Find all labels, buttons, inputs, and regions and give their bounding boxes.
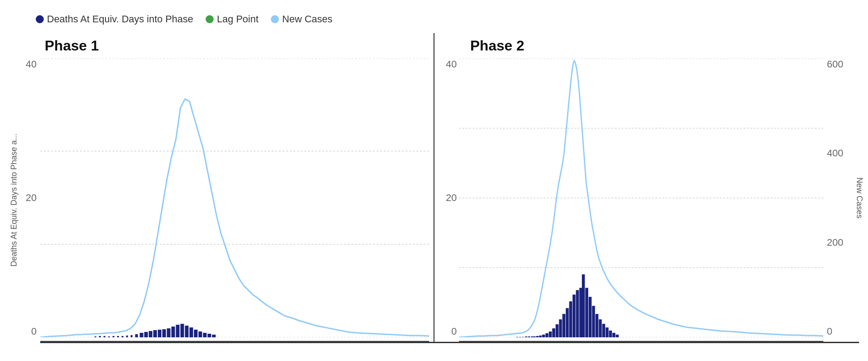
svg-rect-26 — [117, 336, 119, 337]
legend-dot-deaths — [36, 15, 44, 23]
bottom-axis-line — [40, 342, 859, 343]
svg-rect-36 — [533, 336, 536, 337]
svg-rect-20 — [212, 335, 215, 337]
svg-rect-63 — [519, 337, 521, 337]
svg-rect-46 — [566, 308, 569, 337]
svg-rect-29 — [131, 335, 132, 337]
svg-rect-21 — [94, 336, 96, 337]
svg-rect-25 — [113, 336, 114, 337]
svg-rect-13 — [181, 324, 184, 337]
svg-rect-7 — [153, 330, 157, 337]
phase2-y-ticks-left: 40 20 0 — [439, 59, 459, 337]
svg-rect-66 — [528, 336, 530, 337]
svg-rect-24 — [108, 336, 110, 337]
legend-item-cases: New Cases — [271, 13, 332, 25]
phase2-tick-40: 40 — [446, 59, 457, 70]
svg-rect-42 — [552, 328, 555, 337]
svg-rect-12 — [176, 325, 179, 337]
svg-rect-16 — [194, 330, 198, 337]
legend-label-lag: Lag Point — [217, 13, 258, 25]
svg-rect-47 — [569, 301, 572, 337]
svg-rect-39 — [542, 335, 545, 337]
phase1-y-label-text: Deaths At Equiv. Days into Phase a... — [9, 134, 19, 267]
svg-rect-30 — [135, 334, 138, 337]
svg-rect-65 — [525, 336, 527, 337]
phase1-chart-area — [40, 59, 429, 337]
phase1-tick-20: 20 — [26, 192, 37, 204]
svg-rect-64 — [522, 337, 524, 337]
phase1-svg — [40, 59, 429, 337]
svg-rect-52 — [585, 288, 588, 337]
legend-item-deaths: Deaths At Equiv. Days into Phase — [36, 13, 193, 25]
phase2-tick-400: 400 — [827, 147, 843, 159]
legend-label-deaths: Deaths At Equiv. Days into Phase — [47, 13, 193, 25]
phase1-panel: Phase 1 Deaths At Equiv. Days into Phase… — [9, 33, 434, 342]
phase1-y-axis-label: Deaths At Equiv. Days into Phase a... — [9, 59, 19, 342]
svg-rect-14 — [185, 326, 189, 337]
phase1-tick-0: 0 — [31, 326, 37, 337]
legend-label-cases: New Cases — [282, 13, 332, 25]
phase2-svg — [459, 59, 823, 337]
svg-rect-58 — [606, 327, 609, 337]
svg-rect-19 — [207, 334, 211, 337]
svg-rect-22 — [99, 336, 101, 337]
svg-rect-60 — [612, 333, 615, 337]
svg-rect-49 — [576, 290, 579, 337]
svg-rect-37 — [536, 336, 539, 337]
svg-rect-53 — [589, 297, 592, 337]
svg-rect-9 — [162, 329, 166, 337]
svg-rect-28 — [126, 336, 128, 337]
svg-rect-51 — [582, 274, 585, 337]
svg-rect-44 — [559, 319, 562, 337]
phase2-panel: Phase 2 40 20 0 — [434, 33, 859, 342]
phase2-tick-0-left: 0 — [451, 326, 457, 337]
svg-rect-59 — [609, 331, 612, 337]
svg-rect-56 — [599, 319, 602, 337]
phase1-y-ticks: 40 20 0 — [19, 59, 39, 337]
svg-rect-62 — [516, 337, 518, 337]
svg-rect-18 — [203, 333, 206, 337]
phase2-tick-20: 20 — [446, 192, 457, 204]
legend-dot-cases — [271, 15, 279, 23]
chart-legend: Deaths At Equiv. Days into Phase Lag Poi… — [9, 9, 859, 33]
svg-rect-50 — [579, 288, 582, 337]
svg-rect-23 — [104, 336, 105, 337]
phase2-tick-200: 200 — [827, 237, 843, 248]
svg-rect-5 — [144, 332, 148, 337]
phase1-x-axis — [40, 341, 429, 342]
phase2-y-label-right-text: New Cases — [855, 177, 864, 218]
phase2-title: Phase 2 — [434, 33, 859, 59]
svg-rect-10 — [167, 328, 170, 337]
svg-rect-15 — [190, 327, 193, 337]
phase2-chart-area — [459, 59, 823, 337]
phase1-tick-40: 40 — [26, 59, 37, 70]
svg-rect-61 — [616, 335, 619, 337]
phase2-x-axis — [459, 341, 823, 342]
svg-rect-41 — [549, 332, 552, 337]
svg-rect-40 — [545, 333, 548, 337]
svg-rect-54 — [592, 306, 595, 337]
svg-rect-8 — [158, 330, 161, 337]
svg-rect-27 — [122, 336, 123, 337]
phase2-tick-0: 0 — [827, 326, 832, 337]
legend-dot-lag — [206, 15, 214, 23]
svg-rect-38 — [539, 336, 542, 337]
svg-rect-55 — [595, 314, 598, 337]
svg-rect-57 — [602, 324, 605, 337]
phase2-y-axis-right-label: New Cases — [855, 59, 864, 337]
svg-rect-11 — [171, 327, 175, 337]
charts-row: Phase 1 Deaths At Equiv. Days into Phase… — [9, 33, 859, 342]
phase1-title: Phase 1 — [9, 33, 434, 59]
svg-rect-43 — [556, 324, 559, 337]
svg-rect-4 — [140, 333, 143, 337]
chart-container: Deaths At Equiv. Days into Phase Lag Poi… — [0, 0, 868, 361]
phase2-y-ticks-right: 600 400 200 0 — [823, 59, 859, 337]
svg-rect-67 — [531, 336, 533, 337]
svg-rect-17 — [198, 332, 202, 337]
legend-item-lag: Lag Point — [206, 13, 258, 25]
svg-rect-6 — [149, 331, 152, 337]
phase2-tick-600: 600 — [827, 59, 843, 70]
svg-rect-48 — [573, 294, 576, 337]
svg-rect-45 — [562, 314, 565, 337]
